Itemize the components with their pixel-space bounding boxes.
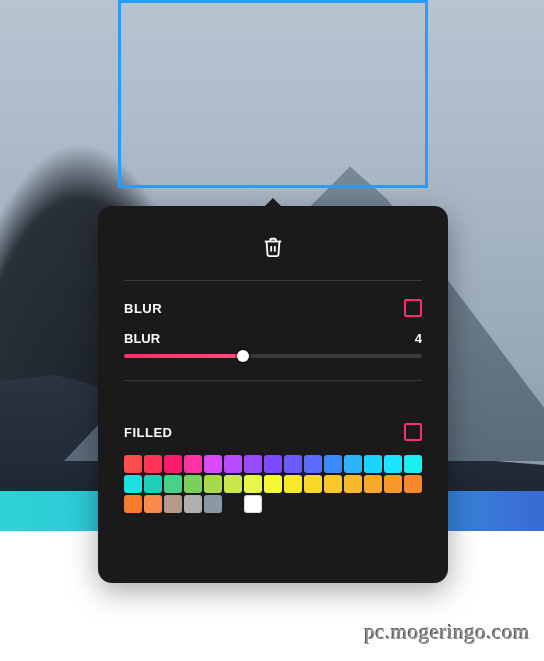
color-swatch[interactable]: [244, 455, 262, 473]
color-swatch[interactable]: [324, 455, 342, 473]
color-swatch[interactable]: [384, 455, 402, 473]
color-swatch[interactable]: [164, 475, 182, 493]
delete-button[interactable]: [262, 236, 284, 258]
color-swatch[interactable]: [224, 475, 242, 493]
color-swatch[interactable]: [344, 455, 362, 473]
color-swatch[interactable]: [184, 455, 202, 473]
color-swatch[interactable]: [244, 495, 262, 513]
color-swatch[interactable]: [184, 475, 202, 493]
filled-section-header: FILLED: [124, 423, 422, 441]
color-swatch[interactable]: [144, 455, 162, 473]
color-swatch[interactable]: [204, 455, 222, 473]
blur-slider-fill: [124, 354, 243, 358]
filled-toggle-checkbox[interactable]: [404, 423, 422, 441]
color-swatch[interactable]: [144, 475, 162, 493]
color-swatch[interactable]: [404, 475, 422, 493]
blur-section-header: BLUR: [124, 299, 422, 317]
blur-label: BLUR: [124, 301, 162, 316]
blur-slider: BLUR 4: [124, 331, 422, 358]
trash-icon: [262, 236, 284, 258]
color-swatch[interactable]: [364, 455, 382, 473]
color-swatch[interactable]: [264, 455, 282, 473]
color-swatch[interactable]: [204, 475, 222, 493]
color-swatch[interactable]: [284, 455, 302, 473]
color-swatch[interactable]: [364, 475, 382, 493]
color-swatch[interactable]: [304, 455, 322, 473]
color-swatch[interactable]: [384, 475, 402, 493]
color-swatch[interactable]: [404, 455, 422, 473]
color-swatch[interactable]: [284, 475, 302, 493]
edit-popover: BLUR BLUR 4 FILLED: [98, 206, 448, 583]
blur-toggle-checkbox[interactable]: [404, 299, 422, 317]
color-swatch[interactable]: [264, 475, 282, 493]
color-swatch[interactable]: [244, 475, 262, 493]
color-swatch[interactable]: [144, 495, 162, 513]
selection-rectangle[interactable]: [118, 0, 428, 188]
divider: [124, 380, 422, 381]
color-swatch[interactable]: [304, 475, 322, 493]
color-swatch[interactable]: [184, 495, 202, 513]
color-swatch[interactable]: [124, 495, 142, 513]
color-swatch[interactable]: [164, 495, 182, 513]
blur-slider-track[interactable]: [124, 354, 422, 358]
color-swatch[interactable]: [164, 455, 182, 473]
color-swatch[interactable]: [204, 495, 222, 513]
color-swatch[interactable]: [344, 475, 362, 493]
color-swatch[interactable]: [124, 475, 142, 493]
color-palette: [124, 455, 422, 513]
divider: [124, 280, 422, 281]
filled-label: FILLED: [124, 425, 173, 440]
blur-slider-value: 4: [415, 331, 422, 346]
blur-slider-thumb[interactable]: [237, 350, 249, 362]
color-swatch[interactable]: [224, 455, 242, 473]
color-swatch[interactable]: [324, 475, 342, 493]
color-swatch[interactable]: [224, 495, 242, 513]
color-swatch[interactable]: [124, 455, 142, 473]
blur-slider-label: BLUR: [124, 331, 160, 346]
